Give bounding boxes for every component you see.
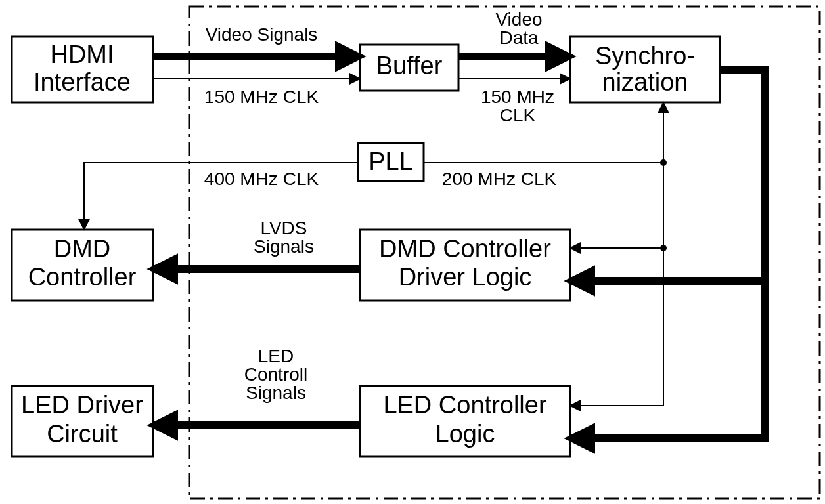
label-clk200: 200 MHz CLK (442, 169, 557, 189)
hdmi-line2: Interface (33, 68, 131, 96)
arrow-clk200-ledctl (570, 248, 663, 406)
sync-line1: Synchro- (595, 42, 695, 70)
label-lvds1: LVDS (260, 218, 307, 238)
label-led3: Signals (246, 383, 306, 403)
ledctl-line2: Logic (435, 420, 495, 448)
buffer-block: Buffer (360, 45, 458, 91)
label-clk150a: 150 MHz CLK (204, 87, 319, 107)
arrow-sync-ledctl (570, 70, 765, 438)
leddrv-line2: Circuit (47, 420, 118, 448)
dmd-controller-block: DMD Controller (12, 230, 153, 301)
dmdctl-line1: DMD (54, 235, 111, 262)
label-clk400: 400 MHz CLK (204, 169, 319, 189)
pll-line1: PLL (368, 148, 413, 175)
sync-line2: nization (602, 68, 688, 96)
label-clk150b2: CLK (500, 105, 536, 125)
label-video-signals: Video Signals (206, 24, 318, 45)
buffer-line1: Buffer (376, 52, 443, 79)
ledctl-line1: LED Controller (383, 391, 547, 419)
label-led2: Controll (244, 364, 307, 385)
label-led1: LED (258, 346, 294, 366)
hdmi-line1: HDMI (50, 41, 114, 68)
block-diagram: HDMI Interface Buffer Synchro- nization … (0, 0, 825, 504)
dmd-driver-logic-block: DMD Controller Driver Logic (360, 230, 570, 301)
leddrv-line1: LED Driver (21, 391, 143, 419)
label-clk150b1: 150 MHz (481, 87, 554, 107)
led-driver-circuit-block: LED Driver Circuit (12, 386, 153, 457)
label-video-data1: Video (495, 9, 542, 30)
sync-block: Synchro- nization (570, 37, 720, 102)
dmddrv-line1: DMD Controller (379, 235, 551, 262)
hdmi-interface-block: HDMI Interface (12, 37, 153, 102)
arrow-clk200-dmddrv (570, 163, 663, 248)
led-controller-logic-block: LED Controller Logic (360, 386, 570, 457)
pll-block: PLL (358, 143, 424, 181)
dmddrv-line2: Driver Logic (399, 263, 532, 291)
label-video-data2: Data (499, 28, 539, 48)
label-lvds2: Signals (254, 236, 314, 257)
dmdctl-line2: Controller (28, 263, 137, 291)
